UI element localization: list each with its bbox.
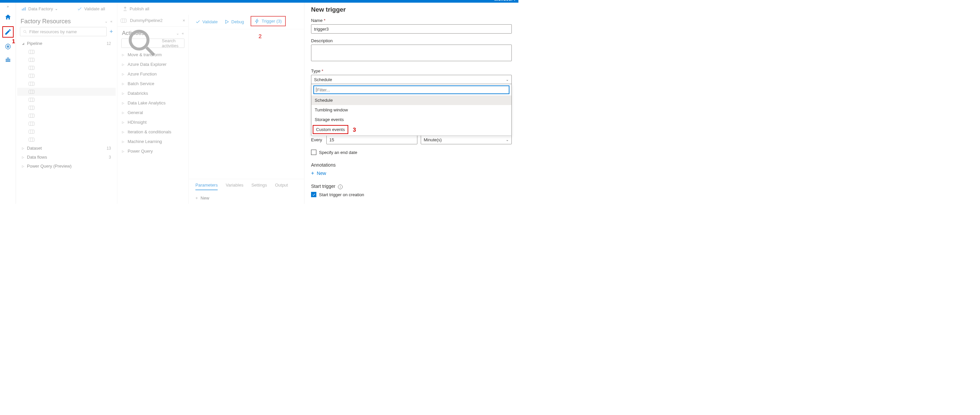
annotation-1: 1	[12, 38, 15, 45]
pipeline-item[interactable]	[17, 112, 116, 120]
svg-rect-4	[25, 7, 26, 10]
dropdown-filter-input[interactable]: Filter...	[313, 85, 509, 94]
new-trigger-panel: New trigger Name * Description Type * Sc…	[304, 3, 519, 204]
powerquery-section[interactable]: ▷Power Query (Preview)	[17, 161, 116, 171]
dataset-section[interactable]: ▷Dataset 13	[17, 144, 116, 153]
nav-rail: » 1	[0, 3, 16, 204]
option-storage-events[interactable]: Storage events	[311, 115, 511, 124]
svg-point-1	[7, 46, 9, 48]
activity-category[interactable]: ▷HDInsight	[119, 117, 186, 127]
brand-label: MICROSOFT	[495, 0, 516, 1]
filter-resources-input[interactable]: Filter resources by name	[20, 27, 107, 36]
pipeline-item[interactable]	[17, 128, 116, 136]
activity-category[interactable]: ▷Azure Function	[119, 69, 186, 79]
pipeline-section[interactable]: ◢Pipeline 12	[17, 39, 116, 48]
activities-panel: DummyPipeline2 × Activities ⌄ « Search a…	[117, 14, 189, 204]
pipeline-item[interactable]	[17, 48, 116, 56]
activities-list: ▷Move & transform ▷Azure Data Explorer ▷…	[117, 48, 188, 158]
tab-settings[interactable]: Settings	[251, 182, 267, 190]
name-label: Name *	[311, 18, 512, 23]
tab-parameters[interactable]: Parameters	[196, 182, 218, 190]
author-icon-highlighted[interactable]	[2, 26, 14, 38]
top-bar: MICROSOFT	[0, 0, 519, 3]
collapse-icon[interactable]: ⌄	[105, 19, 108, 24]
data-factory-dropdown[interactable]: Data Factory ⌄	[21, 6, 58, 11]
hide-panel-icon[interactable]: «	[110, 19, 112, 24]
option-tumbling-window[interactable]: Tumbling window	[311, 105, 511, 115]
activity-category[interactable]: ▷General	[119, 108, 186, 117]
option-schedule[interactable]: Schedule	[311, 96, 511, 105]
collapse-icon[interactable]: ⌄	[176, 31, 179, 35]
activity-category[interactable]: ▷Data Lake Analytics	[119, 98, 186, 108]
global-toolbar-right: Publish all	[117, 3, 304, 14]
svg-rect-3	[23, 8, 24, 11]
activity-category[interactable]: ▷Iteration & conditionals	[119, 127, 186, 137]
trigger-button-highlighted[interactable]: Trigger (3)	[251, 16, 285, 26]
pipeline-item[interactable]	[17, 72, 116, 80]
pipeline-item[interactable]	[17, 96, 116, 104]
pipeline-item[interactable]	[17, 136, 116, 144]
home-icon[interactable]	[4, 13, 12, 22]
pipeline-item[interactable]	[17, 64, 116, 72]
tab-output[interactable]: Output	[275, 182, 288, 190]
activity-category[interactable]: ▷Databricks	[119, 88, 186, 98]
every-label: Every	[311, 137, 323, 142]
add-resource-button[interactable]: +	[109, 28, 113, 35]
every-unit-select[interactable]: Minute(s)⌄	[421, 135, 512, 144]
pipeline-item-selected[interactable]	[17, 88, 116, 96]
new-annotation-button[interactable]: +New	[311, 170, 512, 176]
pipeline-item[interactable]	[17, 80, 116, 88]
svg-point-6	[130, 31, 148, 49]
name-input[interactable]	[311, 24, 512, 34]
description-textarea[interactable]	[311, 45, 512, 61]
tab-variables[interactable]: Variables	[226, 182, 243, 190]
type-label: Type *	[311, 69, 512, 73]
svg-point-5	[24, 30, 26, 33]
every-value-input[interactable]: 15	[326, 135, 417, 144]
pipeline-item[interactable]	[17, 104, 116, 112]
activity-category[interactable]: ▷Power Query	[119, 146, 186, 156]
annotation-3: 3	[353, 127, 356, 133]
annotation-2: 2	[259, 33, 261, 40]
annotations-label: Annotations	[311, 162, 512, 168]
info-icon[interactable]: i	[338, 185, 343, 189]
validate-button[interactable]: Validate	[196, 19, 218, 24]
description-label: Description	[311, 38, 512, 43]
new-parameter-button[interactable]: +New	[196, 196, 298, 201]
start-trigger-label: Start trigger i	[311, 184, 512, 189]
activity-category[interactable]: ▷Machine Learning	[119, 137, 186, 146]
pipeline-icon	[121, 19, 127, 22]
toolbox-icon[interactable]	[4, 56, 12, 64]
checkbox-checked-icon	[311, 192, 317, 197]
factory-resources-title: Factory Resources	[21, 18, 71, 25]
monitor-icon[interactable]	[4, 42, 12, 51]
close-tab-icon[interactable]: ×	[183, 18, 185, 23]
global-toolbar: Data Factory ⌄ Validate all	[16, 3, 117, 14]
specify-end-date-checkbox[interactable]: Specify an end date	[311, 150, 512, 155]
debug-button[interactable]: Debug	[224, 19, 244, 24]
dataflows-section[interactable]: ▷Data flows 3	[17, 153, 116, 161]
factory-resources-panel: Data Factory ⌄ Validate all Factory Reso…	[16, 3, 117, 204]
bottom-tabs: Parameters Variables Settings Output +Ne…	[189, 179, 304, 204]
expand-rail-icon[interactable]: »	[7, 5, 9, 8]
type-select[interactable]: Schedule ⌄	[311, 75, 512, 84]
validate-all-button[interactable]: Validate all	[77, 6, 105, 11]
panel-title: New trigger	[311, 6, 512, 13]
start-trigger-checkbox[interactable]: Start trigger on creation	[311, 192, 512, 197]
publish-all-button[interactable]: Publish all	[123, 6, 149, 11]
type-dropdown-open: Filter... Schedule Tumbling window Stora…	[311, 84, 512, 136]
svg-rect-2	[22, 9, 23, 10]
hide-panel-icon[interactable]: «	[182, 31, 184, 35]
option-custom-events-highlighted[interactable]: Custom events	[313, 125, 348, 134]
pipeline-canvas: Validate Debug Trigger (3) 2	[189, 14, 304, 204]
pipeline-item[interactable]	[17, 120, 116, 128]
pipeline-item[interactable]	[17, 56, 116, 64]
activity-category[interactable]: ▷Batch Service	[119, 79, 186, 88]
search-activities-input[interactable]: Search activities	[121, 38, 185, 48]
pipeline-tab[interactable]: DummyPipeline2 ×	[117, 14, 188, 27]
checkbox-unchecked-icon	[311, 150, 317, 155]
